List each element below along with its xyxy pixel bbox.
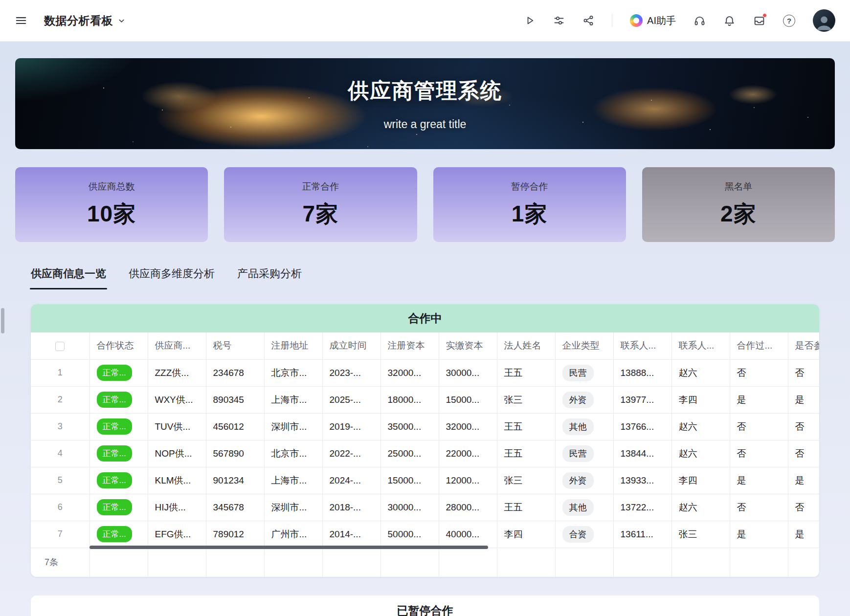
- cell-registered-capital[interactable]: 35000...: [380, 413, 439, 440]
- column-header[interactable]: 合作过...: [730, 332, 788, 359]
- cell-cooperated[interactable]: 是: [730, 386, 788, 413]
- cell-contact-name[interactable]: 赵六: [671, 494, 730, 521]
- cell-participated[interactable]: 否: [788, 494, 819, 521]
- cell-tax-id[interactable]: 567890: [206, 440, 264, 467]
- cell-paid-capital[interactable]: 40000...: [439, 521, 497, 548]
- row-index[interactable]: 7: [31, 521, 89, 548]
- page-title[interactable]: 数据分析看板: [44, 13, 113, 28]
- menu-icon[interactable]: [15, 14, 27, 27]
- share-icon[interactable]: [582, 15, 594, 26]
- stat-card[interactable]: 黑名单 2家: [642, 167, 835, 242]
- cell-address[interactable]: 深圳市...: [264, 413, 322, 440]
- bell-icon[interactable]: [723, 15, 736, 27]
- ai-assistant-button[interactable]: AI助手: [630, 14, 676, 27]
- cell-registered-capital[interactable]: 30000...: [380, 494, 439, 521]
- cell-founded-date[interactable]: 2018-...: [322, 494, 380, 521]
- column-header[interactable]: 注册地址: [264, 332, 322, 359]
- page-scrollbar[interactable]: [1, 308, 4, 333]
- column-header[interactable]: 税号: [206, 332, 264, 359]
- cell-contact-phone[interactable]: 13766...: [613, 413, 671, 440]
- cell-participated[interactable]: 否: [788, 359, 819, 386]
- cell-participated[interactable]: 否: [788, 440, 819, 467]
- cell-registered-capital[interactable]: 25000...: [380, 440, 439, 467]
- tab[interactable]: 产品采购分析: [237, 266, 302, 289]
- column-header[interactable]: 是否参: [788, 332, 819, 359]
- cell-address[interactable]: 深圳市...: [264, 494, 322, 521]
- cell-supplier-name[interactable]: TUV供...: [148, 413, 206, 440]
- cell-legal-name[interactable]: 王五: [497, 440, 555, 467]
- sliders-icon[interactable]: [553, 15, 565, 26]
- cell-founded-date[interactable]: 2014-...: [322, 521, 380, 548]
- cell-contact-name[interactable]: 李四: [671, 467, 730, 494]
- cell-contact-phone[interactable]: 13611...: [613, 521, 671, 548]
- cell-address[interactable]: 上海市...: [264, 467, 322, 494]
- cell-contact-name[interactable]: 赵六: [671, 413, 730, 440]
- cell-legal-name[interactable]: 张三: [497, 467, 555, 494]
- cell-status[interactable]: 正常...: [89, 521, 148, 548]
- stat-card[interactable]: 供应商总数 10家: [15, 167, 208, 242]
- row-index[interactable]: 4: [31, 440, 89, 467]
- cell-status[interactable]: 正常...: [89, 440, 148, 467]
- cell-status[interactable]: 正常...: [89, 494, 148, 521]
- cell-company-type[interactable]: 其他: [555, 413, 613, 440]
- inbox-icon[interactable]: [753, 15, 765, 27]
- cell-registered-capital[interactable]: 15000...: [380, 467, 439, 494]
- cell-company-type[interactable]: 民营: [555, 440, 613, 467]
- cell-founded-date[interactable]: 2023-...: [322, 359, 380, 386]
- cell-company-type[interactable]: 民营: [555, 359, 613, 386]
- avatar[interactable]: [813, 9, 835, 32]
- cell-status[interactable]: 正常...: [89, 413, 148, 440]
- cell-cooperated[interactable]: 否: [730, 359, 788, 386]
- cell-participated[interactable]: 否: [788, 413, 819, 440]
- chevron-down-icon[interactable]: [118, 17, 125, 24]
- cell-tax-id[interactable]: 890345: [206, 386, 264, 413]
- cell-registered-capital[interactable]: 32000...: [380, 359, 439, 386]
- cell-legal-name[interactable]: 王五: [497, 413, 555, 440]
- row-index[interactable]: 2: [31, 386, 89, 413]
- cell-supplier-name[interactable]: NOP供...: [148, 440, 206, 467]
- column-header[interactable]: 供应商...: [148, 332, 206, 359]
- cell-contact-phone[interactable]: 13888...: [613, 359, 671, 386]
- cell-cooperated[interactable]: 否: [730, 413, 788, 440]
- cell-contact-phone[interactable]: 13977...: [613, 386, 671, 413]
- cell-participated[interactable]: 是: [788, 521, 819, 548]
- cell-company-type[interactable]: 外资: [555, 386, 613, 413]
- cell-contact-name[interactable]: 张三: [671, 521, 730, 548]
- select-all-checkbox[interactable]: [55, 342, 65, 351]
- column-header[interactable]: 成立时间: [322, 332, 380, 359]
- cell-contact-name[interactable]: 赵六: [671, 440, 730, 467]
- stat-card[interactable]: 正常合作 7家: [224, 167, 417, 242]
- column-header[interactable]: 实缴资本: [439, 332, 497, 359]
- cell-tax-id[interactable]: 456012: [206, 413, 264, 440]
- cell-participated[interactable]: 是: [788, 386, 819, 413]
- headset-icon[interactable]: [693, 15, 706, 27]
- cell-supplier-name[interactable]: EFG供...: [148, 521, 206, 548]
- cell-contact-phone[interactable]: 13844...: [613, 440, 671, 467]
- cell-paid-capital[interactable]: 28000...: [439, 494, 497, 521]
- tab[interactable]: 供应商多维度分析: [129, 266, 215, 289]
- row-index[interactable]: 3: [31, 413, 89, 440]
- stat-card[interactable]: 暂停合作 1家: [433, 167, 626, 242]
- cell-tax-id[interactable]: 234678: [206, 359, 264, 386]
- cell-paid-capital[interactable]: 15000...: [439, 386, 497, 413]
- cell-tax-id[interactable]: 789012: [206, 521, 264, 548]
- cell-founded-date[interactable]: 2019-...: [322, 413, 380, 440]
- cell-founded-date[interactable]: 2024-...: [322, 467, 380, 494]
- column-header[interactable]: 联系人...: [671, 332, 730, 359]
- row-index[interactable]: 6: [31, 494, 89, 521]
- cell-paid-capital[interactable]: 32000...: [439, 413, 497, 440]
- cell-cooperated[interactable]: 否: [730, 440, 788, 467]
- cell-contact-phone[interactable]: 13722...: [613, 494, 671, 521]
- column-header[interactable]: 合作状态: [89, 332, 148, 359]
- help-icon[interactable]: ?: [783, 15, 795, 27]
- cell-supplier-name[interactable]: HIJ供...: [148, 494, 206, 521]
- cell-registered-capital[interactable]: 18000...: [380, 386, 439, 413]
- cell-legal-name[interactable]: 李四: [497, 521, 555, 548]
- cell-supplier-name[interactable]: WXY供...: [148, 386, 206, 413]
- play-button[interactable]: [524, 15, 536, 26]
- cell-legal-name[interactable]: 张三: [497, 386, 555, 413]
- cell-legal-name[interactable]: 王五: [497, 359, 555, 386]
- cell-status[interactable]: 正常...: [89, 359, 148, 386]
- cell-address[interactable]: 北京市...: [264, 440, 322, 467]
- column-header[interactable]: 注册资本: [380, 332, 439, 359]
